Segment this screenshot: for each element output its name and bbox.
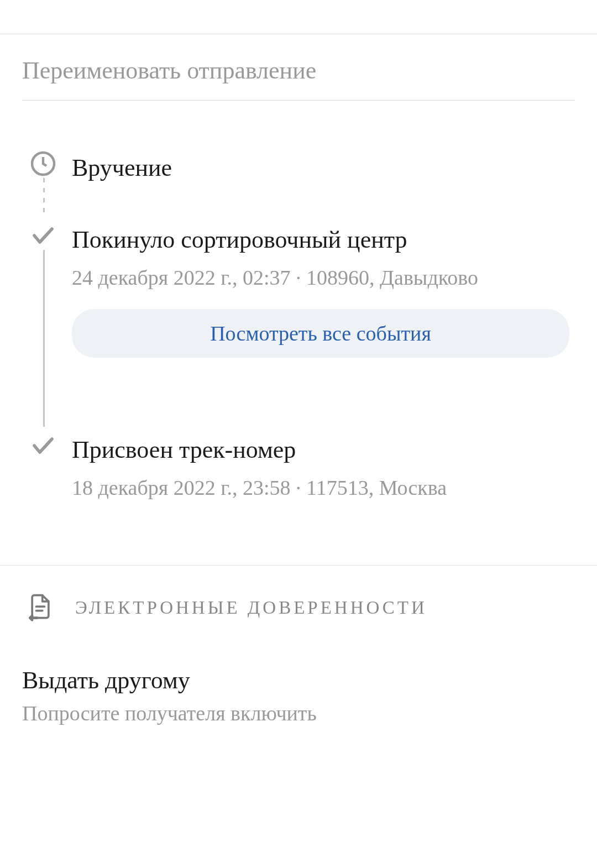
tracking-timeline: Вручение Покинуло сортировочный центр 24… (0, 117, 597, 548)
timeline-icon-col (22, 432, 72, 515)
timeline-content: Присвоен трек-номер 18 декабря 2022 г., … (72, 432, 575, 515)
give-to-other-subtitle: Попросите получателя включить (22, 701, 575, 725)
top-bar (0, 0, 597, 34)
give-to-other-title: Выдать другому (22, 666, 575, 694)
timeline-connector (43, 250, 45, 427)
timeline-item-tracknumber[interactable]: Присвоен трек-номер 18 декабря 2022 г., … (22, 432, 575, 526)
rename-section (0, 34, 597, 117)
event-details: 24 декабря 2022 г., 02:37 · 108960, Давы… (72, 262, 569, 294)
timeline-connector (43, 178, 45, 217)
event-title: Присвоен трек-номер (72, 432, 569, 468)
give-to-other-section[interactable]: Выдать другому Попросите получателя вклю… (0, 639, 597, 725)
rename-input[interactable] (22, 56, 575, 101)
event-title: Вручение (72, 150, 569, 186)
check-icon (30, 222, 56, 249)
event-title: Покинуло сортировочный центр (72, 222, 569, 258)
timeline-icon-col (22, 150, 72, 211)
proxy-label: ЭЛЕКТРОННЫЕ ДОВЕРЕННОСТИ (75, 598, 427, 618)
view-all-events-button[interactable]: Посмотреть все события (72, 309, 569, 358)
document-arrow-icon (28, 593, 53, 622)
proxy-section[interactable]: ЭЛЕКТРОННЫЕ ДОВЕРЕННОСТИ (0, 566, 597, 639)
timeline-item-delivery[interactable]: Вручение (22, 150, 575, 222)
timeline-content: Вручение (72, 150, 575, 211)
timeline-icon-col (22, 222, 72, 421)
timeline-item-sorting[interactable]: Покинуло сортировочный центр 24 декабря … (22, 222, 575, 432)
check-icon (30, 432, 56, 459)
event-details: 18 декабря 2022 г., 23:58 · 117513, Моск… (72, 472, 569, 504)
clock-icon (30, 150, 56, 177)
timeline-content: Покинуло сортировочный центр 24 декабря … (72, 222, 575, 421)
